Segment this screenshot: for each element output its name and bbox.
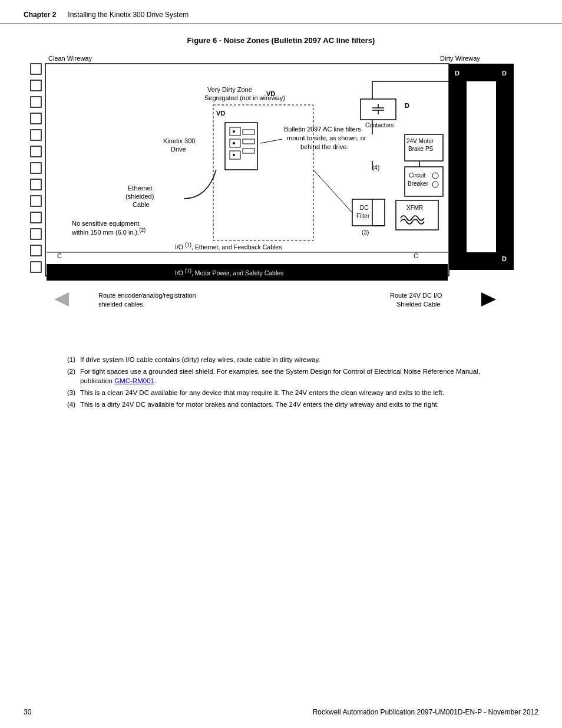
- svg-text:C: C: [57, 252, 62, 259]
- svg-text:I/O (1), Ethernet, and Feedbac: I/O (1), Ethernet, and Feedback Cables: [175, 242, 282, 251]
- svg-text:XFMR: XFMR: [406, 205, 423, 211]
- svg-text:Very Dirty Zone: Very Dirty Zone: [207, 86, 252, 93]
- svg-text:shielded cables.: shielded cables.: [98, 301, 145, 308]
- svg-line-86: [313, 170, 352, 213]
- svg-text:DC: DC: [360, 205, 368, 211]
- footnotes: (1) If drive system I/O cable contains (…: [24, 355, 538, 409]
- footnote-4: (4) This is a dirty 24V DC available for…: [59, 400, 503, 409]
- dirty-wireway-label: Dirty Wireway: [440, 55, 480, 62]
- svg-text:mount to side, as shown, or: mount to side, as shown, or: [287, 134, 366, 141]
- publication-info: Rockwell Automation Publication 2097-UM0…: [313, 708, 538, 716]
- footnote-2: (2) For tight spaces use a grounded stee…: [59, 367, 503, 386]
- svg-text:(3): (3): [362, 229, 369, 236]
- figure-title: Figure 6 - Noise Zones (Bulletin 2097 AC…: [24, 36, 538, 45]
- svg-rect-3: [31, 113, 41, 124]
- svg-text:No sensitive equipment: No sensitive equipment: [72, 220, 139, 227]
- svg-rect-8: [31, 196, 41, 206]
- svg-rect-6: [31, 163, 41, 173]
- svg-point-34: [233, 130, 235, 133]
- svg-text:(shielded): (shielded): [125, 193, 154, 200]
- svg-rect-11: [31, 245, 41, 256]
- svg-marker-75: [54, 292, 69, 307]
- page-footer: 30 Rockwell Automation Publication 2097-…: [0, 708, 562, 716]
- footnote-1: (1) If drive system I/O cable contains (…: [59, 355, 503, 364]
- header-subtitle: Installing the Kinetix 300 Drive System: [68, 11, 189, 19]
- svg-rect-1: [31, 80, 41, 91]
- svg-point-64: [432, 182, 438, 187]
- svg-text:Breaker: Breaker: [408, 180, 429, 187]
- clean-wireway-label: Clean Wireway: [48, 55, 92, 62]
- diagram-svg: Clean Wireway Dirty Wireway D D D C C VD: [25, 52, 537, 341]
- svg-text:Contactors: Contactors: [365, 122, 394, 129]
- svg-text:D: D: [405, 102, 409, 109]
- svg-line-48: [260, 139, 282, 143]
- svg-text:Bulletin 2097 AC line filters: Bulletin 2097 AC line filters: [284, 126, 361, 133]
- svg-text:Kinetix 300: Kinetix 300: [163, 137, 195, 144]
- svg-point-36: [233, 154, 235, 156]
- svg-text:Cable: Cable: [133, 201, 150, 208]
- svg-rect-7: [31, 179, 41, 190]
- svg-point-35: [233, 142, 235, 144]
- svg-rect-10: [31, 229, 41, 239]
- svg-text:Filter: Filter: [356, 213, 370, 219]
- chapter-label: Chapter 2: [24, 11, 56, 19]
- svg-text:Ethernet: Ethernet: [128, 185, 153, 192]
- svg-text:D: D: [455, 70, 459, 77]
- svg-text:Shielded Cable: Shielded Cable: [396, 301, 441, 308]
- svg-text:Route encoder/analog/registrat: Route encoder/analog/registration: [98, 292, 196, 299]
- footnote-text-1: If drive system I/O cable contains (dirt…: [80, 355, 503, 364]
- svg-text:Drive: Drive: [171, 146, 186, 153]
- svg-text:behind the drive.: behind the drive.: [300, 143, 348, 150]
- svg-text:Circuit: Circuit: [409, 172, 426, 179]
- footnote-num-2: (2): [59, 367, 75, 386]
- svg-text:I/O (1), Motor Power, and Safe: I/O (1), Motor Power, and Safety Cables: [175, 268, 283, 276]
- svg-rect-5: [31, 146, 41, 157]
- diagram-container: Clean Wireway Dirty Wireway D D D C C VD: [24, 52, 538, 341]
- footnote-3: (3) This is a clean 24V DC available for…: [59, 388, 503, 397]
- gmc-link[interactable]: GMC-RM001: [114, 377, 154, 384]
- svg-rect-14: [496, 64, 514, 270]
- svg-text:24V Motor: 24V Motor: [406, 138, 434, 144]
- footnote-num-4: (4): [59, 400, 75, 409]
- svg-text:D: D: [502, 255, 507, 262]
- page-number: 30: [24, 708, 31, 716]
- footnote-text-3: This is a clean 24V DC available for any…: [80, 388, 503, 397]
- svg-point-63: [432, 173, 438, 179]
- svg-rect-2: [31, 97, 41, 107]
- svg-text:Segregated (not in wireway): Segregated (not in wireway): [204, 94, 285, 101]
- svg-rect-9: [31, 212, 41, 223]
- svg-marker-78: [481, 292, 496, 307]
- footnote-text-4: This is a dirty 24V DC available for mot…: [80, 400, 503, 409]
- page-header: Chapter 2 Installing the Kinetix 300 Dri…: [0, 0, 562, 24]
- svg-text:Route 24V DC I/O: Route 24V DC I/O: [390, 292, 442, 299]
- svg-text:Brake PS: Brake PS: [408, 146, 434, 152]
- footnote-text-2: For tight spaces use a grounded steel sh…: [80, 367, 503, 386]
- footnote-num-3: (3): [59, 388, 75, 397]
- main-content: Figure 6 - Noise Zones (Bulletin 2097 AC…: [0, 24, 562, 409]
- svg-text:within 150 mm (6.0 in.).(2): within 150 mm (6.0 in.).(2): [71, 227, 146, 236]
- svg-text:VD: VD: [216, 110, 225, 117]
- svg-rect-12: [31, 262, 41, 272]
- svg-text:C: C: [414, 252, 418, 259]
- svg-text:(4): (4): [372, 164, 379, 171]
- svg-rect-4: [31, 130, 41, 140]
- svg-rect-0: [31, 64, 41, 74]
- footnote-num-1: (1): [59, 355, 75, 364]
- svg-rect-13: [449, 64, 467, 270]
- svg-text:D: D: [502, 70, 507, 77]
- svg-rect-49: [361, 99, 396, 120]
